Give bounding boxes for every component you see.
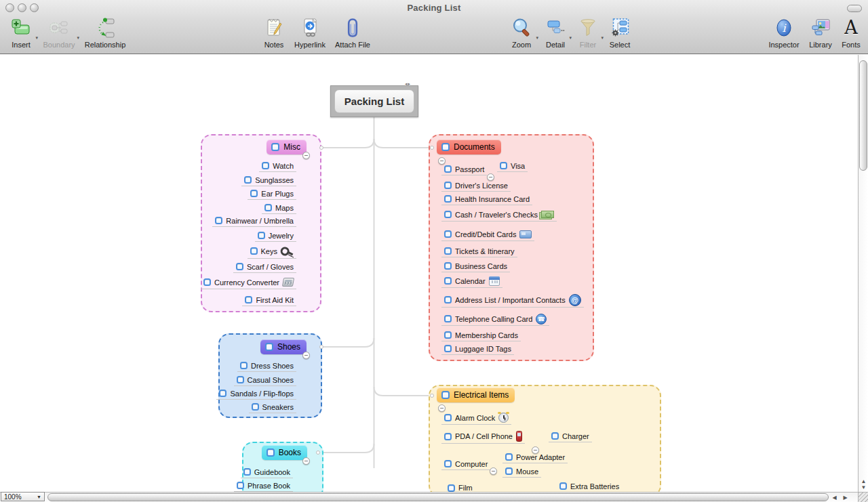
- checkbox[interactable]: [267, 448, 275, 457]
- map-item[interactable]: Alarm Clock: [441, 413, 511, 425]
- toolbar-zoom-button[interactable]: ▾ Zoom: [506, 16, 537, 53]
- vertical-scrollbar[interactable]: ▲▼: [858, 55, 868, 492]
- toolbar-hyperlink-button[interactable]: Hyperlink: [290, 16, 330, 53]
- map-item[interactable]: Jewelry: [255, 231, 296, 242]
- checkbox[interactable]: [444, 414, 452, 421]
- map-item[interactable]: Sunglasses: [241, 175, 296, 186]
- map-item[interactable]: Scarf / Gloves: [233, 262, 296, 273]
- map-item[interactable]: Sandals / Flip-flops: [216, 389, 296, 400]
- map-item[interactable]: First Aid Kit: [242, 295, 296, 306]
- checkbox[interactable]: [237, 482, 244, 489]
- scroll-up-arrow[interactable]: ▲: [861, 478, 867, 484]
- topic-shoes[interactable]: Shoes: [260, 339, 307, 354]
- checkbox[interactable]: [250, 247, 258, 255]
- map-item[interactable]: Watch: [259, 161, 296, 172]
- map-item[interactable]: Maps: [262, 203, 296, 214]
- checkbox[interactable]: [444, 433, 452, 440]
- checkbox[interactable]: [505, 453, 513, 461]
- collapse-badge-passport[interactable]: –: [487, 173, 494, 181]
- checkbox[interactable]: [444, 345, 452, 352]
- map-item[interactable]: PDA / Cell Phone: [441, 431, 525, 444]
- checkbox[interactable]: [444, 247, 452, 255]
- scroll-left-arrow[interactable]: ◀: [829, 494, 840, 501]
- root-topic[interactable]: Packing List: [334, 89, 414, 113]
- checkbox[interactable]: [219, 390, 226, 397]
- horizontal-scrollbar[interactable]: ◀ ▶: [0, 492, 868, 502]
- toolbar-attach-file-button[interactable]: Attach File: [332, 16, 373, 53]
- zoom-level-select[interactable]: 100% ▼: [1, 492, 45, 501]
- map-item[interactable]: Business Cards: [441, 262, 510, 272]
- map-item[interactable]: Computer: [441, 459, 490, 470]
- collapse-badge-documents[interactable]: –: [438, 157, 446, 165]
- checkbox[interactable]: [444, 331, 452, 339]
- checkbox[interactable]: [505, 467, 513, 475]
- checkbox[interactable]: [444, 460, 452, 467]
- checkbox[interactable]: [271, 143, 279, 151]
- map-item[interactable]: Rainwear / Umbrella: [212, 216, 296, 227]
- checkbox[interactable]: [444, 315, 452, 322]
- topic-documents[interactable]: Documents: [437, 140, 501, 154]
- map-item[interactable]: Mouse: [502, 467, 541, 478]
- map-item[interactable]: Casual Shoes: [234, 375, 297, 386]
- insert-dropdown-caret[interactable]: ▾: [35, 35, 38, 41]
- collapse-badge-electrical[interactable]: –: [438, 404, 446, 412]
- map-item[interactable]: Visa: [497, 161, 528, 172]
- checkbox[interactable]: [262, 162, 269, 169]
- checkbox[interactable]: [444, 182, 452, 189]
- map-item[interactable]: Ear Plugs: [248, 189, 296, 200]
- checkbox[interactable]: [441, 391, 450, 399]
- toolbar-inspector-button[interactable]: i Inspector: [765, 16, 803, 53]
- checkbox[interactable]: [258, 232, 265, 239]
- map-item[interactable]: Tickets & Itinerary: [441, 247, 517, 257]
- checkbox[interactable]: [215, 217, 222, 224]
- scroll-down-arrow[interactable]: ▼: [861, 484, 867, 490]
- checkbox[interactable]: [559, 482, 567, 490]
- checkbox[interactable]: [444, 211, 452, 218]
- vertical-scrollbar-thumb[interactable]: [859, 60, 867, 171]
- map-item[interactable]: Calendar: [441, 276, 502, 288]
- checkbox[interactable]: [444, 296, 452, 304]
- map-item[interactable]: Credit/Debit Cards: [441, 229, 534, 241]
- map-item[interactable]: Telephone Calling Card: [441, 314, 549, 326]
- checkbox[interactable]: [250, 190, 258, 197]
- map-item[interactable]: Health Insurance Card: [441, 194, 532, 205]
- root-selection-frame[interactable]: Packing List: [330, 85, 418, 117]
- checkbox[interactable]: [441, 143, 450, 151]
- map-item[interactable]: Luggage ID Tags: [441, 344, 514, 355]
- scroll-right-arrow[interactable]: ▶: [840, 494, 850, 501]
- window-resize-grip[interactable]: [858, 492, 868, 502]
- toolbar-detail-button[interactable]: ▾ Detail: [540, 16, 570, 53]
- checkbox[interactable]: [244, 176, 252, 184]
- checkbox[interactable]: [237, 376, 244, 383]
- toolbar-relationship-button[interactable]: Relationship: [81, 16, 130, 53]
- horizontal-scrollbar-thumb[interactable]: [47, 493, 829, 501]
- map-item[interactable]: Guidebook: [241, 467, 293, 478]
- checkbox[interactable]: [240, 362, 248, 369]
- checkbox[interactable]: [444, 230, 452, 238]
- checkbox[interactable]: [252, 403, 259, 411]
- map-item[interactable]: Charger: [549, 432, 592, 442]
- checkbox[interactable]: [243, 468, 251, 476]
- checkbox[interactable]: [444, 277, 452, 285]
- toolbar-toggle-button[interactable]: [847, 5, 862, 12]
- toolbar-fonts-button[interactable]: A Fonts: [838, 16, 864, 53]
- checkbox[interactable]: [236, 263, 243, 270]
- map-item[interactable]: Power Adapter: [502, 453, 568, 463]
- map-item[interactable]: Dress Shoes: [237, 361, 296, 372]
- map-item[interactable]: Extra Batteries: [557, 482, 622, 492]
- collapse-badge-computer[interactable]: –: [490, 467, 497, 475]
- checkbox[interactable]: [265, 343, 273, 351]
- toolbar-insert-button[interactable]: ▾ Insert: [5, 16, 37, 53]
- map-item[interactable]: Membership Cards: [441, 331, 521, 341]
- checkbox[interactable]: [203, 278, 211, 286]
- zoom-dropdown-caret[interactable]: ▾: [536, 35, 538, 41]
- checkbox[interactable]: [245, 296, 252, 304]
- map-item[interactable]: Cash / Traveler's Checks: [441, 209, 557, 222]
- detail-dropdown-caret[interactable]: ▾: [569, 35, 572, 41]
- checkbox[interactable]: [264, 204, 272, 211]
- topic-misc[interactable]: Misc: [267, 140, 307, 154]
- toolbar-library-button[interactable]: Library: [806, 16, 835, 53]
- map-item[interactable]: Sneakers: [249, 402, 296, 413]
- checkbox[interactable]: [444, 195, 452, 203]
- map-item[interactable]: Address List / Important Contacts: [441, 294, 584, 308]
